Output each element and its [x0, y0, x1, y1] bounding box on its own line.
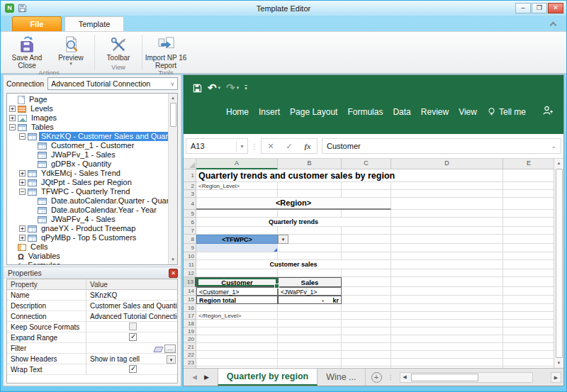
menu-insert[interactable]: Insert — [259, 107, 280, 117]
row-header-18[interactable]: 18 — [184, 320, 196, 327]
row-header-6[interactable]: 6 — [184, 218, 196, 227]
grid-vertical-scrollbar[interactable]: ▲ ▼ — [554, 159, 563, 368]
cell-C15[interactable] — [342, 296, 391, 304]
cell-B22[interactable] — [278, 351, 342, 359]
expand-formula-bar-icon[interactable]: ⌄ — [551, 142, 556, 150]
tree-expand-icon[interactable]: + — [19, 179, 26, 186]
cell-A1[interactable]: Quarterly trends and customer sales by r… — [196, 169, 503, 182]
formula-bar-input[interactable]: Customer ⌄ — [322, 138, 561, 154]
cell-C3[interactable] — [342, 190, 391, 198]
cell-C20[interactable] — [342, 335, 391, 343]
connection-select[interactable]: Advanced Tutorial Connection ∨ — [47, 77, 178, 90]
cell-D10[interactable] — [391, 252, 503, 260]
cell-C13[interactable] — [342, 277, 391, 287]
cell-E12[interactable] — [503, 269, 554, 277]
eraser-icon[interactable] — [153, 347, 163, 352]
row-header-8[interactable]: 8 — [184, 235, 196, 244]
cell-E3[interactable] — [503, 190, 554, 198]
cell-A10[interactable] — [196, 252, 278, 260]
cell-A14[interactable]: <Customer_1> — [196, 287, 278, 296]
cell-A12[interactable] — [196, 269, 278, 277]
close-button[interactable]: ✕ — [548, 3, 563, 13]
cell-A3[interactable] — [196, 190, 278, 198]
row-header-3[interactable]: 3 — [184, 190, 196, 198]
cell-A20[interactable] — [196, 335, 278, 343]
insert-function-button[interactable]: fx — [298, 142, 317, 150]
scrollbar-thumb[interactable] — [556, 169, 563, 358]
tree-item-customer-1-customer[interactable]: Customer_1 - Customer — [7, 141, 168, 150]
cell-E9[interactable] — [503, 244, 554, 252]
tree-item-jwapfv-4-sales[interactable]: JWaPFv_4 - Sales — [7, 215, 168, 224]
cell-A18[interactable] — [196, 320, 278, 327]
row-header-5[interactable]: 5 — [184, 210, 196, 218]
next-sheet-icon[interactable]: ▶ — [204, 374, 209, 381]
name-box[interactable]: A13 ▼ — [186, 138, 248, 154]
scroll-up-icon[interactable]: ▲ — [554, 159, 563, 168]
cell-E5[interactable] — [503, 210, 554, 218]
tree-item-levels[interactable]: +Levels — [7, 104, 168, 113]
menu-page-layout[interactable]: Page Layout — [290, 107, 337, 117]
filter-browse-button[interactable]: … — [164, 345, 176, 353]
tree-item-images[interactable]: +Images — [7, 113, 168, 123]
cell-D18[interactable] — [391, 320, 503, 327]
cell-D24[interactable] — [391, 366, 503, 368]
cell-A24[interactable] — [196, 366, 278, 368]
cell-A4[interactable]: <Region> — [196, 198, 391, 210]
cell-D16[interactable] — [391, 304, 503, 312]
cell-C22[interactable] — [342, 351, 391, 359]
row-header-14[interactable]: 14 — [184, 287, 196, 296]
collapse-ribbon-button[interactable] — [551, 23, 558, 27]
row-header-22[interactable]: 22 — [184, 351, 196, 359]
cell-B17[interactable] — [278, 312, 342, 320]
toolbar-button[interactable]: Toolbar — [96, 34, 140, 62]
scroll-down-icon[interactable]: ▼ — [169, 255, 178, 264]
tree-item-gnaeyx-product-treemap[interactable]: +gnaeYX - Product Treemap — [7, 224, 168, 233]
cell-E1[interactable] — [503, 169, 554, 182]
tree-item-date-autocalendar-quarter-quarter[interactable]: Date.autoCalendar.Quarter - Quarter — [7, 196, 168, 206]
row-header-7[interactable]: 7 — [184, 227, 196, 235]
row-header-21[interactable]: 21 — [184, 343, 196, 351]
cell-B24[interactable] — [278, 366, 342, 368]
tree-item-qpymbp-top-5-customers[interactable]: +qPyMBp - Top 5 Customers — [7, 233, 168, 242]
cell-B9[interactable] — [278, 244, 342, 252]
scroll-right-icon[interactable]: ▶ — [551, 372, 561, 383]
cell-C24[interactable] — [342, 366, 391, 368]
cell-D4[interactable] — [391, 198, 503, 210]
cell-B19[interactable] — [278, 327, 342, 335]
cell-E15[interactable] — [503, 296, 554, 304]
cell-A23[interactable] — [196, 359, 278, 366]
cell-A13[interactable]: Customer — [196, 277, 278, 287]
cell-D3[interactable] — [391, 190, 503, 198]
cell-D11[interactable] — [391, 260, 503, 269]
properties-close-icon[interactable]: ✕ — [169, 269, 178, 278]
row-header-2[interactable]: 2 — [184, 182, 196, 190]
cell-A16[interactable] — [196, 304, 278, 312]
cell-C8[interactable] — [342, 235, 391, 244]
tree-collapse-icon[interactable]: − — [19, 133, 26, 140]
cell-B7[interactable] — [278, 227, 342, 235]
cell-B10[interactable] — [278, 252, 342, 260]
tree-item-page[interactable]: Page — [7, 95, 168, 104]
tree-expand-icon[interactable]: + — [19, 235, 26, 241]
preview-button[interactable]: Preview ▾ — [49, 34, 93, 66]
cell-D13[interactable] — [391, 277, 503, 287]
tree-expand-icon[interactable]: + — [9, 115, 16, 121]
menu-home[interactable]: Home — [226, 107, 249, 117]
sheet-tab-quarterly-by-region[interactable]: Quarterly by region — [218, 369, 318, 386]
customize-qat-button[interactable]: ▾ — [245, 85, 247, 91]
cell-E19[interactable] — [503, 327, 554, 335]
new-sheet-button[interactable]: + — [371, 372, 382, 383]
cell-A5[interactable] — [196, 210, 278, 218]
cell-E2[interactable] — [503, 182, 554, 190]
cell-B2[interactable] — [278, 182, 342, 190]
row-header-4[interactable]: 4 — [184, 198, 196, 210]
import-np16-report-button[interactable]: Import NP 16 Report — [144, 34, 188, 69]
tree-item-tfwpc-quarterly-trend[interactable]: −TFWPC - Quarterly Trend — [7, 187, 168, 196]
checkbox-expand-range[interactable] — [129, 333, 137, 341]
cell-C18[interactable] — [342, 320, 391, 327]
cell-A17[interactable]: </Region_Level> — [196, 312, 278, 320]
scroll-up-icon[interactable]: ▲ — [169, 94, 178, 103]
cell-dropdown-button[interactable]: ▼ — [278, 235, 288, 244]
tree-item-jqtppt-sales-per-region[interactable]: +JQtPpt - Sales per Region — [7, 178, 168, 187]
select-all-corner[interactable] — [184, 159, 196, 169]
